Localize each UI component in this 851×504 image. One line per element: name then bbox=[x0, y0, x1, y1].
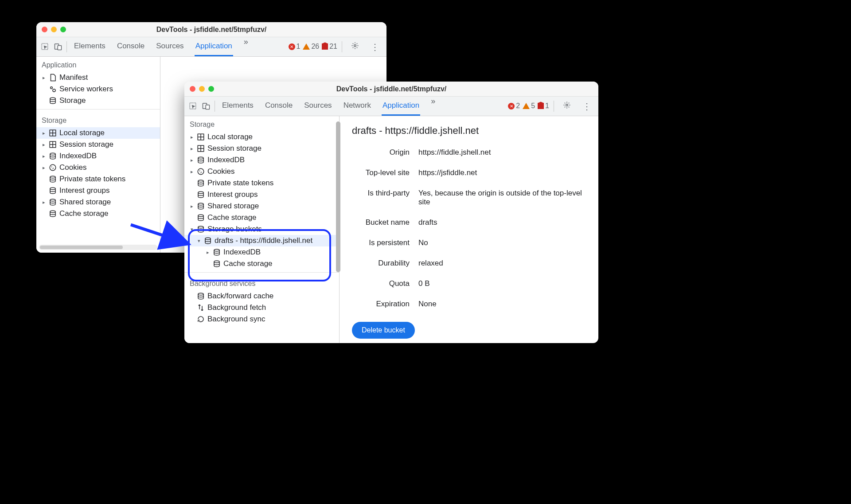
sidebar-item-shared-storage[interactable]: ▸Shared storage bbox=[36, 196, 160, 208]
sidebar-item-storage-summary[interactable]: •Storage bbox=[36, 95, 160, 106]
tab-application[interactable]: Application bbox=[195, 37, 233, 56]
sidebar-item-bg-fetch[interactable]: •Background fetch bbox=[184, 302, 339, 313]
label: IndexedDB bbox=[223, 248, 261, 257]
database-icon bbox=[197, 156, 205, 164]
panel-tabs: Elements Console Sources Application » bbox=[73, 37, 249, 56]
issues-icon bbox=[322, 43, 328, 50]
durability-value: relaxed bbox=[418, 259, 586, 268]
sidebar-item-bucket-drafts[interactable]: ▾drafts - https://fiddle.jshell.net bbox=[184, 235, 339, 246]
warning-icon bbox=[303, 43, 310, 50]
table-icon bbox=[197, 133, 205, 141]
sidebar-item-bfcache[interactable]: •Back/forward cache bbox=[184, 290, 339, 302]
more-menu-button[interactable]: ⋮ bbox=[580, 101, 594, 112]
application-sidebar: Application ▸Manifest •Service workers •… bbox=[36, 57, 160, 253]
sidebar-item-private-state-tokens[interactable]: •Private state tokens bbox=[36, 173, 160, 185]
sidebar-item-interest-groups[interactable]: •Interest groups bbox=[36, 185, 160, 196]
issue-counts[interactable]: 2 5 1 bbox=[508, 101, 554, 112]
expiration-value: None bbox=[418, 300, 586, 309]
sidebar-item-session-storage[interactable]: ▸Session storage bbox=[36, 139, 160, 150]
sidebar-item-service-workers[interactable]: •Service workers bbox=[36, 83, 160, 95]
panel-tabs: Elements Console Sources Network Applica… bbox=[221, 97, 436, 116]
zoom-window-button[interactable] bbox=[208, 86, 214, 92]
sidebar-item-interest-groups[interactable]: •Interest groups bbox=[184, 189, 339, 200]
is-third-party-label: Is third-party bbox=[352, 189, 410, 207]
page-icon bbox=[49, 74, 57, 82]
window-title: DevTools - jsfiddle.net/5tmpfuzv/ bbox=[184, 85, 598, 93]
vertical-scrollbar[interactable] bbox=[336, 120, 340, 288]
table-icon bbox=[49, 129, 57, 137]
traffic-lights[interactable] bbox=[190, 86, 214, 92]
device-toolbar-icon[interactable] bbox=[202, 102, 210, 110]
table-icon bbox=[49, 141, 57, 148]
bucket-name-label: Bucket name bbox=[352, 218, 410, 227]
close-window-button[interactable] bbox=[42, 27, 47, 32]
close-window-button[interactable] bbox=[190, 86, 195, 92]
sidebar-item-indexeddb[interactable]: ▸IndexedDB bbox=[184, 154, 339, 166]
label: Manifest bbox=[59, 73, 88, 82]
top-level-site-label: Top-level site bbox=[352, 168, 410, 177]
database-icon bbox=[204, 237, 212, 245]
traffic-lights[interactable] bbox=[42, 27, 66, 32]
sidebar-item-cookies[interactable]: ▸Cookies bbox=[184, 166, 339, 177]
delete-bucket-button[interactable]: Delete bucket bbox=[352, 322, 415, 339]
sidebar-item-bg-sync[interactable]: •Background sync bbox=[184, 313, 339, 325]
minimize-window-button[interactable] bbox=[51, 27, 57, 32]
sidebar-item-cache-storage[interactable]: •Cache storage bbox=[184, 212, 339, 223]
durability-label: Durability bbox=[352, 259, 410, 268]
database-icon bbox=[49, 97, 57, 105]
settings-button[interactable] bbox=[348, 42, 362, 52]
tab-console[interactable]: Console bbox=[264, 97, 293, 116]
more-tabs-button[interactable]: » bbox=[243, 37, 249, 56]
sidebar-item-bucket-cache[interactable]: •Cache storage bbox=[184, 258, 339, 270]
label: Session storage bbox=[59, 140, 113, 149]
updown-icon bbox=[197, 304, 205, 312]
is-third-party-value: Yes, because the origin is outside of th… bbox=[418, 189, 586, 207]
error-icon bbox=[508, 103, 515, 109]
label: Shared storage bbox=[59, 198, 111, 207]
issues-count: 1 bbox=[545, 102, 549, 110]
sidebar-item-cache-storage[interactable]: •Cache storage bbox=[36, 208, 160, 219]
database-icon bbox=[197, 191, 205, 199]
label: Storage buckets bbox=[207, 225, 262, 234]
sidebar-item-storage-buckets[interactable]: ▾Storage buckets bbox=[184, 223, 339, 235]
application-sidebar: Storage ▸Local storage ▸Session storage … bbox=[184, 116, 340, 343]
tab-elements[interactable]: Elements bbox=[221, 97, 254, 116]
tab-application[interactable]: Application bbox=[382, 97, 420, 116]
sidebar-item-private-state-tokens[interactable]: •Private state tokens bbox=[184, 177, 339, 189]
section-application: Application bbox=[36, 57, 160, 72]
inspect-icon[interactable] bbox=[189, 102, 197, 110]
minimize-window-button[interactable] bbox=[199, 86, 205, 92]
tab-network[interactable]: Network bbox=[343, 97, 372, 116]
sidebar-item-session-storage[interactable]: ▸Session storage bbox=[184, 143, 339, 154]
sidebar-item-local-storage[interactable]: ▸Local storage bbox=[184, 131, 339, 143]
sidebar-item-indexeddb[interactable]: ▸IndexedDB bbox=[36, 150, 160, 162]
inspect-icon[interactable] bbox=[41, 43, 49, 51]
sidebar-item-bucket-indexeddb[interactable]: ▸IndexedDB bbox=[184, 246, 339, 258]
zoom-window-button[interactable] bbox=[60, 27, 66, 32]
label: Back/forward cache bbox=[207, 292, 273, 301]
sidebar-item-shared-storage[interactable]: ▸Shared storage bbox=[184, 200, 339, 212]
settings-button[interactable] bbox=[560, 101, 574, 111]
tab-sources[interactable]: Sources bbox=[155, 37, 184, 56]
database-icon bbox=[213, 260, 221, 268]
horizontal-scrollbar[interactable] bbox=[39, 245, 157, 250]
issues-count: 21 bbox=[329, 43, 337, 51]
label: Background fetch bbox=[207, 303, 266, 312]
label: Private state tokens bbox=[207, 179, 273, 188]
more-menu-button[interactable]: ⋮ bbox=[368, 42, 382, 52]
table-icon bbox=[197, 145, 205, 152]
is-persistent-label: Is persistent bbox=[352, 238, 410, 247]
database-icon bbox=[49, 175, 57, 183]
sidebar-item-manifest[interactable]: ▸Manifest bbox=[36, 72, 160, 83]
tab-elements[interactable]: Elements bbox=[73, 37, 106, 56]
sidebar-item-local-storage[interactable]: ▸Local storage bbox=[36, 127, 160, 139]
issue-counts[interactable]: 1 26 21 bbox=[289, 41, 343, 53]
label: Interest groups bbox=[59, 186, 109, 195]
sidebar-item-cookies[interactable]: ▸Cookies bbox=[36, 162, 160, 173]
quota-value: 0 B bbox=[418, 279, 586, 288]
tab-sources[interactable]: Sources bbox=[303, 97, 332, 116]
devtools-window-new: DevTools - jsfiddle.net/5tmpfuzv/ Elemen… bbox=[184, 82, 598, 343]
device-toolbar-icon[interactable] bbox=[54, 43, 62, 51]
more-tabs-button[interactable]: » bbox=[430, 97, 436, 116]
tab-console[interactable]: Console bbox=[116, 37, 145, 56]
